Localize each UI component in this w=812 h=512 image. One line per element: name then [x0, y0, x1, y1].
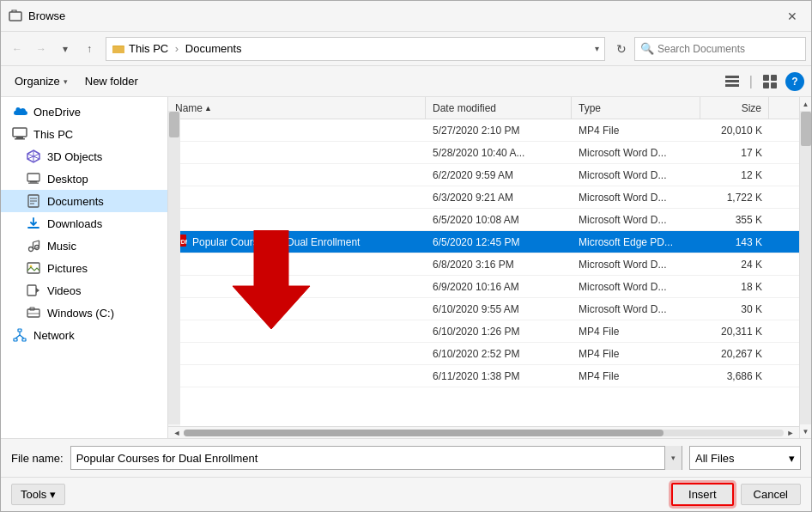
sidebar-item-documents[interactable]: Documents — [1, 190, 167, 212]
sidebar-item-network[interactable]: Network — [1, 324, 167, 346]
cancel-button[interactable]: Cancel — [741, 484, 801, 505]
tools-button[interactable]: Tools ▾ — [11, 484, 65, 505]
file-row[interactable]: 6/10/2020 1:26 PMMP4 File20,311 K — [168, 320, 799, 343]
svg-rect-42 — [22, 338, 26, 341]
insert-button[interactable]: Insert — [671, 483, 734, 506]
file-list-scrollbar[interactable]: ▲ ▼ — [799, 97, 811, 438]
file-size-cell: 24 K — [700, 259, 769, 271]
sidebar-item-pictures[interactable]: Pictures — [1, 257, 167, 279]
svg-rect-40 — [18, 329, 21, 332]
sidebar-scrollbar[interactable]: ▲ ▼ — [168, 97, 180, 438]
file-row[interactable]: 6/10/2020 2:52 PMMP4 File20,267 K — [168, 343, 799, 365]
file-type-cell: Microsoft Edge PD... — [572, 236, 700, 248]
hscroll-right[interactable]: ► — [784, 427, 797, 439]
hscroll-thumb[interactable] — [184, 430, 664, 436]
file-type-cell: Microsoft Word D... — [572, 169, 700, 181]
this-pc-label: This PC — [33, 128, 73, 141]
up-button[interactable]: ↑ — [78, 38, 100, 60]
organize-button[interactable]: Organize ▾ — [8, 72, 75, 90]
vscroll-up[interactable]: ▲ — [800, 97, 812, 111]
nav-dropdown-button[interactable]: ▾ — [54, 38, 76, 60]
column-headers: Name ▲ Date modified Type Size — [168, 97, 799, 119]
file-row[interactable]: 5/27/2020 2:10 PMMP4 File20,010 K — [168, 119, 799, 142]
file-type-cell: Microsoft Word D... — [572, 147, 700, 159]
svg-rect-2 — [112, 46, 124, 53]
file-row[interactable]: 6/3/2020 9:21 AMMicrosoft Word D...1,722… — [168, 186, 799, 209]
file-name-text: Popular Courses for Dual Enrollment — [192, 236, 360, 248]
address-dropdown-arrow[interactable]: ▾ — [595, 44, 599, 53]
sidebar-item-3d-objects[interactable]: 3D Objects — [1, 145, 167, 168]
file-date-cell: 6/10/2020 9:55 AM — [426, 303, 572, 315]
vscroll-down[interactable]: ▼ — [800, 424, 812, 438]
new-folder-label: New folder — [85, 75, 138, 88]
col-size[interactable]: Size — [700, 97, 769, 119]
file-panel: Name ▲ Date modified Type Size 5/27/2020… — [168, 97, 799, 438]
file-size-cell: 20,267 K — [700, 348, 769, 360]
file-name-input[interactable] — [71, 452, 664, 465]
sidebar: OneDrive This PC 3D Objects — [1, 97, 168, 438]
file-row[interactable]: 6/9/2020 10:16 AMMicrosoft Word D...18 K — [168, 276, 799, 298]
sidebar-item-this-pc[interactable]: This PC — [1, 123, 167, 145]
file-row[interactable]: 6/10/2020 9:55 AMMicrosoft Word D...30 K — [168, 298, 799, 320]
col-date[interactable]: Date modified — [426, 97, 572, 119]
videos-label: Videos — [47, 284, 82, 297]
svg-rect-33 — [27, 263, 39, 273]
file-date-cell: 6/10/2020 2:52 PM — [426, 348, 572, 360]
svg-rect-19 — [27, 174, 39, 181]
help-button[interactable]: ? — [785, 72, 804, 91]
vscroll-track[interactable] — [800, 111, 812, 424]
hscroll-left[interactable]: ◄ — [170, 427, 184, 439]
col-name[interactable]: Name ▲ — [168, 97, 426, 119]
file-type-cell: Microsoft Word D... — [572, 281, 700, 293]
col-type[interactable]: Type — [572, 97, 700, 119]
network-label: Network — [33, 329, 75, 342]
file-size-cell: 3,686 K — [700, 370, 769, 382]
file-row[interactable]: 6/8/2020 3:16 PMMicrosoft Word D...24 K — [168, 253, 799, 276]
file-type-select[interactable]: All Files ▾ — [689, 446, 801, 470]
file-date-cell: 5/28/2020 10:40 A... — [426, 147, 572, 159]
address-sep-1: › — [172, 42, 182, 55]
back-button[interactable]: ← — [6, 38, 28, 60]
hscroll-track[interactable] — [184, 430, 784, 436]
svg-line-44 — [15, 335, 20, 338]
sort-arrow: ▲ — [204, 104, 212, 113]
file-type-cell: MP4 File — [572, 370, 700, 382]
svg-rect-7 — [771, 75, 777, 81]
forward-button[interactable]: → — [30, 38, 52, 60]
sidebar-item-onedrive[interactable]: OneDrive — [1, 101, 167, 123]
file-name-bar: File name: ▾ All Files ▾ — [1, 438, 811, 477]
svg-line-32 — [33, 241, 39, 242]
sidebar-item-music[interactable]: Music — [1, 235, 167, 257]
close-button[interactable]: ✕ — [780, 7, 804, 26]
file-row[interactable]: PDFPopular Courses for Dual Enrollment6/… — [168, 231, 799, 253]
horizontal-scrollbar[interactable]: ◄ ► — [168, 426, 799, 438]
view-icon-button[interactable] — [758, 70, 782, 94]
file-size-cell: 143 K — [700, 236, 769, 248]
file-row[interactable]: 6/11/2020 1:38 PMMP4 File3,686 K — [168, 365, 799, 387]
file-row[interactable]: 6/2/2020 9:59 AMMicrosoft Word D...12 K — [168, 164, 799, 186]
file-type-value: All Files — [695, 452, 735, 465]
music-icon — [25, 237, 42, 254]
sidebar-item-windows-c[interactable]: Windows (C:) — [1, 302, 167, 324]
music-label: Music — [47, 240, 76, 253]
address-bar[interactable]: This PC › Documents ▾ — [106, 37, 605, 61]
sidebar-item-videos[interactable]: Videos — [1, 279, 167, 302]
title-bar: Browse ✕ — [1, 1, 811, 32]
new-folder-button[interactable]: New folder — [78, 72, 145, 90]
refresh-button[interactable]: ↻ — [610, 38, 633, 60]
address-documents: Documents — [185, 42, 242, 55]
file-date-cell: 6/9/2020 10:16 AM — [426, 281, 572, 293]
search-input[interactable] — [657, 43, 800, 55]
windows-c-icon — [25, 304, 42, 321]
vscroll-thumb[interactable] — [801, 112, 811, 146]
file-row[interactable]: 5/28/2020 10:40 A...Microsoft Word D...1… — [168, 142, 799, 164]
file-date-cell: 6/8/2020 3:16 PM — [426, 259, 572, 271]
desktop-label: Desktop — [47, 173, 88, 186]
window-title: Browse — [28, 9, 780, 22]
file-name-dropdown[interactable]: ▾ — [664, 446, 682, 470]
file-row[interactable]: 6/5/2020 10:08 AMMicrosoft Word D...355 … — [168, 209, 799, 231]
sidebar-item-desktop[interactable]: Desktop — [1, 168, 167, 190]
view-details-button[interactable] — [720, 70, 744, 94]
sidebar-item-downloads[interactable]: Downloads — [1, 212, 167, 235]
file-size-cell: 30 K — [700, 303, 769, 315]
